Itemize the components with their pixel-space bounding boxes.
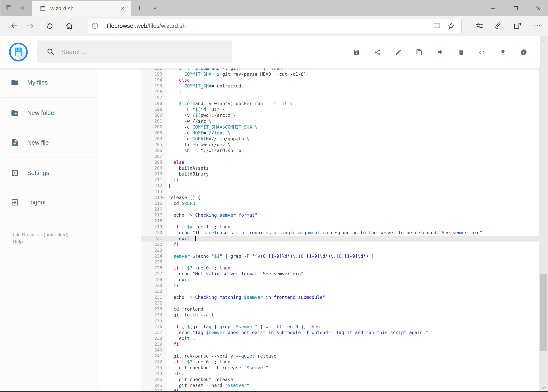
code-line[interactable]: 243 git checkout -b release "$semver"	[98, 365, 540, 371]
code-line[interactable]: 229 fi	[98, 283, 540, 288]
copy-button[interactable]	[409, 41, 430, 64]
code-line[interactable]: 222 fi	[98, 242, 540, 247]
sidebar-item-new-folder[interactable]: New folder	[0, 105, 98, 120]
code-line[interactable]: 242 if [ $? -ne 0 ]; then	[98, 359, 540, 365]
code-line[interactable]: 224 semver=$(echo "$1" | grep -P '^v(0|[…	[98, 253, 540, 259]
code-line[interactable]: 237 echo "Tag $semver does not exist in …	[98, 329, 540, 336]
scrollbar-thumb[interactable]	[540, 274, 547, 351]
scroll-down-icon[interactable]	[539, 384, 548, 392]
code-editor[interactable]: 192 if [ "$(command -v git)" != "" ]; th…	[98, 69, 540, 392]
browser-tab[interactable]: wizard.sh	[32, 1, 131, 16]
set-tabs-aside-icon[interactable]	[20, 4, 28, 12]
move-button[interactable]	[430, 41, 451, 64]
code-line[interactable]: 212}	[98, 183, 540, 189]
site-info-icon[interactable]	[91, 22, 99, 30]
code-line[interactable]: 233 cd frontend	[98, 306, 540, 312]
code-line[interactable]: 209 buildAssets	[98, 165, 540, 171]
code-line[interactable]: 214▼release () {	[98, 195, 540, 200]
refresh-button[interactable]	[42, 16, 57, 36]
window-minimize-button[interactable]	[483, 0, 502, 16]
code-line[interactable]: 202 -e COMMIT_SHA=$COMMIT_SHA \	[98, 124, 540, 130]
code-line[interactable]: 194 else	[98, 77, 540, 83]
back-button[interactable]	[7, 16, 22, 36]
code-line[interactable]: 235	[98, 318, 540, 324]
hub-favorites-icon[interactable]	[472, 16, 487, 36]
info-button[interactable]	[513, 41, 534, 64]
code-line[interactable]: 225	[98, 259, 540, 265]
code-line[interactable]: 205 filebrowser/dev \	[98, 142, 540, 147]
window-close-button[interactable]	[529, 0, 548, 16]
address-bar[interactable]: filebrowser.web/files/wizard.sh	[87, 19, 462, 33]
code-line[interactable]: 210 buildBinary	[98, 171, 540, 177]
code-line[interactable]: 211 fi	[98, 177, 540, 183]
sidebar-item-settings[interactable]: Settings	[0, 166, 98, 181]
new-tab-button[interactable]	[133, 0, 146, 16]
share-button[interactable]	[367, 41, 388, 64]
code-line[interactable]: 236 if [ $(git tag | grep "$semver" | wc…	[98, 324, 540, 329]
share-page-icon[interactable]	[510, 16, 525, 36]
filebrowser-logo[interactable]	[9, 43, 28, 62]
code-line[interactable]: 232	[98, 300, 540, 306]
rename-button[interactable]	[388, 41, 409, 64]
code-line[interactable]: 197	[98, 95, 540, 101]
code-line[interactable]: 238 exit 1	[98, 336, 540, 341]
annotate-pen-icon[interactable]	[490, 16, 506, 36]
tab-preview-icon[interactable]	[5, 4, 13, 12]
code-line[interactable]: 218	[98, 218, 540, 224]
home-button[interactable]	[62, 16, 77, 36]
code-line[interactable]: 246 git reset --hard "$semver"	[98, 382, 540, 388]
code-line[interactable]: 244 else	[98, 371, 540, 377]
code-line[interactable]: 192 if [ "$(command -v git)" != "" ]; th…	[98, 69, 540, 71]
sidebar-item-logout[interactable]: Logout	[0, 195, 98, 210]
page-scrollbar[interactable]	[539, 36, 548, 392]
code-line[interactable]: 207	[98, 154, 540, 159]
sidebar-item-new-file[interactable]: New file	[0, 135, 98, 150]
code-line[interactable]: 241 git rev-parse --verify --quiet relea…	[98, 353, 540, 359]
code-line[interactable]: 213	[98, 189, 540, 195]
tab-close-icon[interactable]	[118, 5, 126, 12]
fold-arrow-icon[interactable]: ▼	[162, 195, 164, 201]
code-line[interactable]: 234 git fetch --all	[98, 312, 540, 318]
save-button[interactable]	[346, 41, 367, 64]
code-line[interactable]: 216	[98, 206, 540, 212]
code-line[interactable]: 228 exit 1	[98, 277, 540, 283]
code-line[interactable]: 219 if [ $# -ne 1 ]; then	[98, 224, 540, 230]
reading-view-icon[interactable]	[433, 22, 441, 30]
help-link[interactable]: Help	[13, 238, 69, 245]
code-line[interactable]: 201 -w //src \	[98, 118, 540, 124]
code-line[interactable]: 221 exit 1	[98, 236, 540, 242]
code-line[interactable]: 247 fi	[98, 388, 540, 392]
code-line[interactable]: 245 git checkout release	[98, 377, 540, 382]
code-line[interactable]: 217 echo "> Checking semver format"	[98, 212, 540, 218]
forward-button[interactable]	[22, 16, 38, 36]
code-line[interactable]: 198 $(command -v winpty) docker run --rm…	[98, 101, 540, 106]
code-line[interactable]: 196 fi	[98, 89, 540, 95]
tab-list-chevron-icon[interactable]	[148, 0, 162, 16]
code-line[interactable]: 204 -e GOPATH=//tmp/gopath \	[98, 136, 540, 142]
download-button[interactable]	[493, 41, 513, 64]
url-text[interactable]: filebrowser.web/files/wizard.sh	[107, 22, 433, 29]
code-line[interactable]: 203 -e HOME="//tmp" \	[98, 130, 540, 136]
scroll-up-icon[interactable]	[539, 37, 548, 45]
code-line[interactable]: 226 if [ $? -ne 0 ]; then	[98, 265, 540, 271]
delete-button[interactable]	[451, 41, 472, 64]
code-line[interactable]: 195 COMMIT_SHA="untracked"	[98, 83, 540, 89]
code-line[interactable]: 208 else	[98, 159, 540, 165]
source-code-button[interactable]	[472, 41, 493, 64]
code-line[interactable]: 200 -v /$(pwd):/src:z \	[98, 112, 540, 118]
code-line[interactable]: 227 echo "Not valid semver format. See s…	[98, 271, 540, 277]
code-line[interactable]: 220 echo "This release script requires a…	[98, 230, 540, 236]
sidebar-item-my-files[interactable]: My files	[0, 75, 98, 90]
code-line[interactable]: 215 cd $REPO	[98, 200, 540, 206]
code-line[interactable]: 193 COMMIT_SHA="$(git rev-parse HEAD | c…	[98, 71, 540, 77]
search-input[interactable]: Search...	[37, 41, 232, 63]
code-line[interactable]: 230	[98, 288, 540, 294]
code-line[interactable]: 240	[98, 347, 540, 353]
code-line[interactable]: 199 -u "$(id -u)" \	[98, 106, 540, 112]
code-line[interactable]: 239 fi	[98, 341, 540, 347]
favorite-star-icon[interactable]	[447, 21, 456, 30]
window-maximize-button[interactable]	[506, 0, 526, 16]
code-line[interactable]: 231 echo "> Checking matching $semver in…	[98, 294, 540, 300]
code-line[interactable]: 206 sh -c "./wizard.sh -b"	[98, 147, 540, 154]
more-options-icon[interactable]	[529, 16, 545, 36]
